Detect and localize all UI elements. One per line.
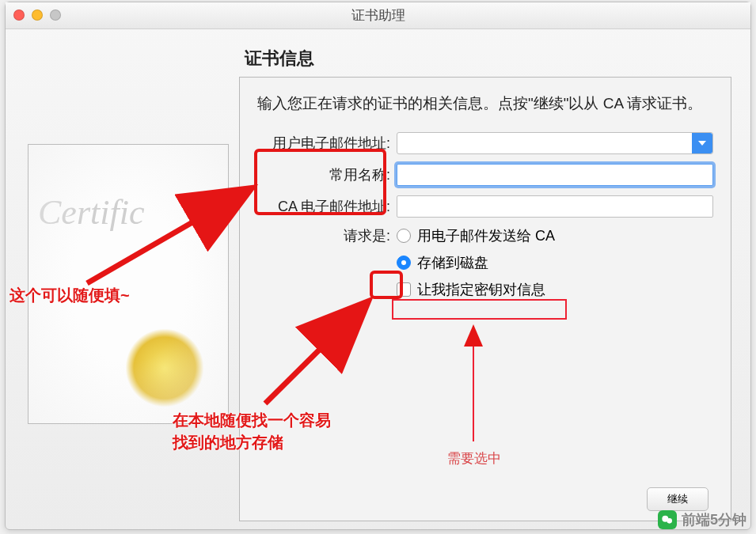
- email-combobox[interactable]: [397, 132, 713, 154]
- section-title: 证书信息: [245, 47, 728, 70]
- instruction-text: 输入您正在请求的证书的相关信息。点按"继续"以从 CA 请求证书。: [240, 78, 731, 119]
- svg-point-4: [667, 518, 672, 524]
- checkbox-specify-keypair-label: 让我指定密钥对信息: [417, 280, 545, 299]
- chevron-down-icon[interactable]: [692, 133, 712, 153]
- watermark-text: 前端5分钟: [682, 510, 747, 529]
- ca-email-input[interactable]: [397, 195, 713, 218]
- minimize-icon[interactable]: [32, 9, 43, 21]
- dialog-window: 证书助理 证书信息 Certific 输入您正在请求的证书的相关信息。点按"继续…: [5, 2, 751, 530]
- checkbox-specify-keypair[interactable]: [397, 282, 411, 297]
- label-email: 用户电子邮件地址:: [257, 134, 397, 153]
- row-save-to-disk: 存储到磁盘: [257, 249, 713, 276]
- row-specify-keypair: 让我指定密钥对信息: [257, 276, 713, 303]
- radio-save-to-disk-label: 存储到磁盘: [417, 253, 488, 272]
- certificate-illustration: Certific: [28, 144, 229, 424]
- content-area: 证书信息 Certific 输入您正在请求的证书的相关信息。点按"继续"以从 C…: [6, 29, 750, 529]
- row-ca-email: CA 电子邮件地址:: [257, 191, 713, 222]
- radio-send-to-ca-label: 用电子邮件发送给 CA: [417, 226, 555, 245]
- label-ca-email: CA 电子邮件地址:: [257, 197, 397, 216]
- zoom-icon: [50, 9, 61, 21]
- common-name-input[interactable]: [397, 164, 713, 186]
- row-request-is: 请求是: 用电子邮件发送给 CA: [257, 222, 713, 249]
- close-icon[interactable]: [13, 9, 25, 21]
- row-common-name: 常用名称:: [257, 159, 713, 191]
- titlebar: 证书助理: [6, 2, 750, 29]
- window-title: 证书助理: [351, 6, 405, 25]
- label-common-name: 常用名称:: [257, 165, 397, 184]
- wechat-icon: [658, 510, 677, 529]
- window-controls: [13, 9, 61, 21]
- radio-save-to-disk[interactable]: [397, 256, 411, 270]
- radio-send-to-ca[interactable]: [397, 229, 411, 243]
- form-panel: 输入您正在请求的证书的相关信息。点按"继续"以从 CA 请求证书。 用户电子邮件…: [239, 77, 731, 521]
- continue-button[interactable]: 继续: [647, 487, 709, 511]
- watermark: 前端5分钟: [658, 510, 747, 529]
- label-request-is: 请求是:: [257, 226, 397, 245]
- row-email: 用户电子邮件地址:: [257, 127, 713, 159]
- form: 用户电子邮件地址: 常用名称:: [240, 119, 731, 311]
